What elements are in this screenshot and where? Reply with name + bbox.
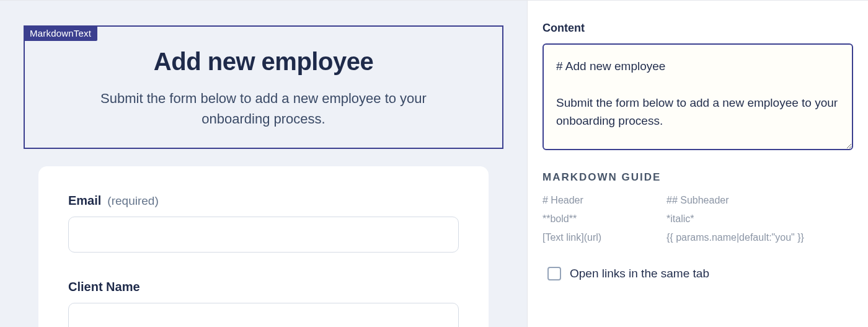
email-label: Email (68, 194, 101, 208)
client-name-input[interactable] (68, 303, 459, 327)
form-card: Email (required) Client Name (38, 166, 489, 327)
email-required-hint: (required) (107, 194, 158, 208)
properties-panel: Content MARKDOWN GUIDE # Header ## Subhe… (527, 1, 868, 327)
markdown-guide-heading: MARKDOWN GUIDE (542, 171, 853, 184)
open-links-same-tab-label: Open links in the same tab (570, 267, 709, 280)
content-field-label: Content (542, 22, 853, 35)
email-input[interactable] (68, 217, 459, 253)
app-root: MarkdownText Add new employee Submit the… (0, 0, 868, 327)
form-group-email: Email (required) (68, 194, 459, 253)
block-type-tag: MarkdownText (24, 25, 97, 41)
guide-params: {{ params.name|default:"you" }} (666, 232, 853, 243)
form-label-row: Email (required) (68, 194, 459, 208)
open-links-same-tab-checkbox[interactable] (547, 267, 561, 280)
markdown-heading: Add new employee (50, 48, 477, 76)
form-label-row: Client Name (68, 280, 459, 294)
markdown-description: Submit the form below to add a new emplo… (84, 88, 443, 129)
guide-subheader: ## Subheader (666, 195, 853, 206)
content-textarea[interactable] (542, 43, 853, 150)
guide-bold: **bold** (542, 213, 666, 225)
open-links-same-tab-row: Open links in the same tab (542, 267, 853, 280)
canvas-panel: MarkdownText Add new employee Submit the… (0, 1, 527, 327)
guide-header: # Header (542, 195, 666, 206)
guide-link: [Text link](url) (542, 232, 666, 243)
guide-italic: *italic* (666, 213, 853, 225)
form-group-client-name: Client Name (68, 280, 459, 327)
client-name-label: Client Name (68, 280, 140, 294)
markdown-text-block[interactable]: MarkdownText Add new employee Submit the… (24, 25, 503, 149)
markdown-guide-grid: # Header ## Subheader **bold** *italic* … (542, 195, 853, 243)
